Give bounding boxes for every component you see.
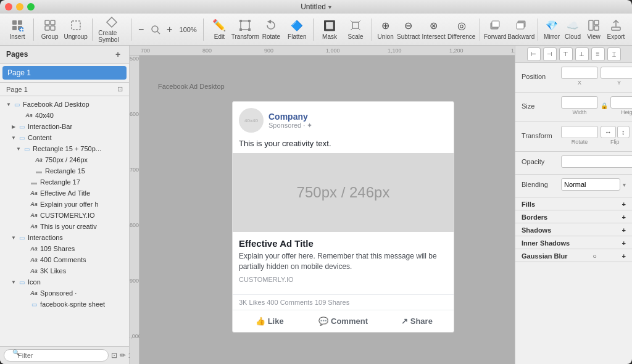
inner-shadows-add-button[interactable]: + [622, 239, 626, 247]
list-item[interactable]: ▼ ▭ Icon [0, 276, 129, 287]
ungroup-icon [69, 19, 83, 32]
list-item[interactable]: Aa Sponsored · [0, 287, 129, 299]
zoom-in-button[interactable]: + [164, 23, 176, 36]
difference-icon: ◎ [455, 19, 468, 32]
y-input[interactable] [601, 67, 632, 79]
mirror-button[interactable]: 💎 Mirror [542, 16, 562, 43]
list-item[interactable]: Aa Effective Ad Title [0, 188, 129, 199]
list-item[interactable]: Aa 109 Shares [0, 243, 129, 254]
shadows-add-button[interactable]: + [622, 226, 626, 234]
list-item[interactable]: Aa CUSTOMERLY.IO [0, 210, 129, 221]
layer-label: facebook-sprite sheet [40, 300, 129, 308]
list-item[interactable]: Aa 40x40 [0, 110, 129, 121]
list-item[interactable]: ▼ ▭ Interactions [0, 232, 129, 243]
opacity-input[interactable] [561, 155, 632, 168]
zoom-out-button[interactable]: − [135, 23, 148, 36]
align-left-button[interactable]: ⊢ [527, 48, 541, 61]
svg-line-23 [351, 28, 352, 30]
export-button[interactable]: Export [605, 16, 627, 43]
lock-icon[interactable]: 🔒 [601, 102, 608, 110]
insert-icon [10, 19, 24, 32]
svg-rect-10 [51, 26, 55, 30]
rotate-button[interactable]: Rotate [259, 16, 283, 43]
page-item[interactable]: Page 1 [2, 66, 127, 80]
close-button[interactable] [5, 3, 12, 10]
edit-button[interactable]: ✏️ Edit [207, 16, 231, 43]
flip-label: Flip [610, 139, 620, 145]
ad-like-button[interactable]: 👍 Like [233, 313, 306, 329]
subtract-button[interactable]: ⊖ Subtract [397, 16, 420, 43]
blending-expand-icon[interactable]: ▾ [623, 181, 626, 188]
mask-icon: 🔲 [323, 19, 336, 32]
add-page-button[interactable]: + [113, 49, 123, 59]
intersect-button[interactable]: ⊗ Intersect [422, 16, 446, 43]
list-item[interactable]: Aa 750px / 246px [0, 154, 129, 165]
rotate-input[interactable] [561, 126, 598, 138]
canvas-content[interactable]: Facebook Ad Desktop 40x40 Company Spons [139, 56, 515, 364]
width-input[interactable] [561, 96, 598, 109]
mask-button[interactable]: 🔲 Mask [317, 16, 342, 43]
title-dropdown-icon[interactable]: ▾ [328, 4, 331, 10]
text-icon: Aa [35, 155, 43, 164]
list-item[interactable]: Aa 400 Comments [0, 254, 129, 265]
borders-add-button[interactable]: + [622, 213, 626, 221]
list-item[interactable]: ▶ ▭ Interaction-Bar [0, 121, 129, 132]
ruler-mark: 700 [139, 48, 201, 54]
svg-rect-2 [12, 26, 17, 30]
svg-line-24 [359, 28, 360, 30]
ad-sponsored: Sponsored · ✦ [268, 122, 312, 130]
layer-label: Rectangle 17 [40, 178, 129, 186]
insert-button[interactable]: Insert [5, 16, 30, 43]
ad-share-button[interactable]: ↗ Share [380, 313, 454, 329]
list-item[interactable]: Aa This is your creativ [0, 221, 129, 232]
mirror-label: Mirror [544, 33, 560, 40]
list-item[interactable]: Aa Explain your offer h [0, 199, 129, 210]
difference-button[interactable]: ◎ Difference [447, 16, 476, 43]
pages-header: Pages + [0, 46, 129, 64]
layer-add-button[interactable]: ⊡ [111, 349, 117, 362]
zoom-value[interactable]: 100% [177, 26, 199, 33]
create-symbol-button[interactable]: Create Symbol [96, 16, 127, 43]
zoom-icon [149, 23, 162, 36]
flip-v-button[interactable]: ↕ [617, 126, 630, 138]
cloud-button[interactable]: ☁️ Cloud [563, 16, 583, 43]
list-item[interactable]: ▬ Rectangle 17 [0, 176, 129, 188]
view-button[interactable]: View [584, 16, 604, 43]
maximize-button[interactable] [27, 3, 35, 10]
folder-icon: ▭ [12, 100, 21, 109]
forward-button[interactable]: Forward [483, 16, 507, 43]
scale-button[interactable]: Scale [343, 16, 368, 43]
list-item[interactable]: ▭ facebook-sprite sheet [0, 299, 129, 310]
backward-button[interactable]: Backward [508, 16, 534, 43]
align-bottom-button[interactable]: ⌶ [607, 48, 621, 61]
list-item[interactable]: ▬ Rectangle 15 [0, 165, 129, 176]
blending-select[interactable]: Normal [561, 178, 620, 191]
list-item[interactable]: ▼ ▭ Content [0, 132, 129, 143]
flip-h-button[interactable]: ↔ [601, 126, 616, 138]
transform-button[interactable]: Transform [233, 16, 257, 43]
align-center-h-button[interactable]: ⊣ [543, 48, 557, 61]
svg-line-14 [157, 31, 160, 34]
list-item[interactable]: Aa 3K Likes [0, 265, 129, 276]
align-right-button[interactable]: ⊤ [559, 48, 573, 61]
size-label: Size [522, 102, 559, 110]
group-button[interactable]: Group [38, 16, 62, 43]
flatten-button[interactable]: 🔷 Flatten [285, 16, 309, 43]
list-item[interactable]: ▼ ▭ Facebook Ad Desktop [0, 99, 129, 110]
canvas-area[interactable]: 700 800 900 1,000 1,100 1,200 1,300 1,40… [130, 46, 515, 364]
minimize-button[interactable] [16, 3, 23, 10]
ungroup-button[interactable]: Ungroup [64, 16, 88, 43]
align-top-button[interactable]: ⊥ [575, 48, 589, 61]
ad-comment-button[interactable]: 💬 Comment [306, 313, 380, 329]
layer-edit-button[interactable]: ✏ [120, 349, 126, 362]
gaussian-blur-add-button[interactable]: + [622, 252, 626, 260]
x-input[interactable] [561, 67, 598, 79]
align-center-v-button[interactable]: ≡ [591, 48, 605, 61]
union-button[interactable]: ⊕ Union [376, 16, 396, 43]
layer-label: 109 Shares [40, 245, 129, 252]
gaussian-blur-toggle-button[interactable]: ○ [592, 252, 597, 260]
page-settings-icon[interactable]: ⊡ [117, 85, 123, 93]
height-input[interactable] [610, 96, 632, 109]
fills-add-button[interactable]: + [622, 201, 626, 208]
list-item[interactable]: ▼ ▭ Rectangle 15 + 750p... [0, 143, 129, 154]
